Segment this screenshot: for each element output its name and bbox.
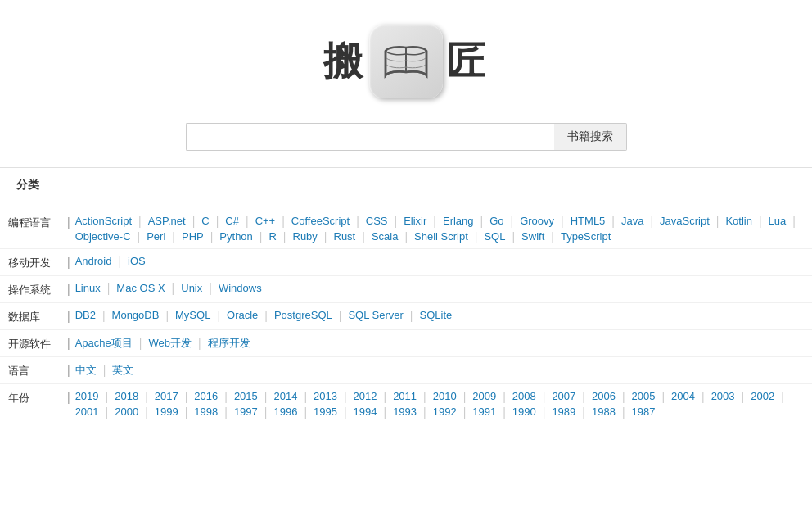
tag-link[interactable]: SQL Server (345, 308, 406, 322)
tag-link[interactable]: 2016 (191, 389, 221, 403)
tag-link[interactable]: C# (222, 214, 242, 228)
tag-link[interactable]: 2005 (629, 389, 659, 403)
tag-link[interactable]: 1993 (390, 405, 420, 419)
tag-link[interactable]: Rust (331, 229, 359, 243)
tag-link[interactable]: 1992 (430, 405, 460, 419)
tag-link[interactable]: CoffeeScript (288, 214, 353, 228)
tag-link[interactable]: 1996 (270, 405, 300, 419)
tag-link[interactable]: Kotlin (722, 214, 756, 228)
tag-link[interactable]: Linux (72, 281, 104, 295)
tag-link[interactable]: 1994 (350, 405, 381, 419)
tag-link[interactable]: 2008 (509, 389, 539, 403)
year-label: 年份 (8, 389, 65, 406)
search-input[interactable] (186, 123, 554, 151)
tag-link[interactable]: 2002 (747, 389, 778, 403)
tag-link[interactable]: 2015 (231, 389, 261, 403)
opensource-tags: Apache项目|Web开发|程序开发 (72, 335, 254, 352)
tag-link[interactable]: SQL (480, 229, 508, 243)
tag-link[interactable]: TypeScript (557, 229, 614, 243)
tag-link[interactable]: 2010 (430, 389, 460, 403)
tag-link[interactable]: 2014 (270, 389, 300, 403)
tag-link[interactable]: Apache项目 (72, 335, 136, 352)
tag-link[interactable]: Python (216, 229, 255, 243)
tag-link[interactable]: 2012 (350, 389, 381, 403)
tag-link[interactable]: HTML5 (567, 214, 609, 228)
tag-link[interactable]: 2009 (469, 389, 499, 403)
tag-link[interactable]: MongoDB (109, 308, 163, 322)
mobile-label: 移动开发 (8, 254, 65, 270)
tag-link[interactable]: ASP.net (145, 214, 189, 228)
tag-link[interactable]: Swift (518, 229, 548, 243)
tag-link[interactable]: 1998 (191, 405, 221, 419)
logo-text-left: 搬 (323, 35, 366, 88)
tag-link[interactable]: DB2 (72, 308, 99, 322)
logo: 搬 匠 (323, 25, 489, 98)
tag-link[interactable]: 1989 (548, 405, 579, 419)
tag-link[interactable]: Lua (765, 214, 790, 228)
language-label: 语言 (8, 362, 65, 379)
tag-link[interactable]: PostgreSQL (271, 308, 336, 322)
os-tags: Linux|Mac OS X|Unix|Windows (72, 281, 265, 295)
tag-link[interactable]: 2003 (708, 389, 738, 403)
tag-separator: | (395, 215, 398, 228)
tag-link[interactable]: Objective-C (72, 229, 134, 243)
tag-link[interactable]: 2007 (548, 389, 579, 403)
tag-link[interactable]: Perl (143, 229, 169, 243)
tag-link[interactable]: 英文 (109, 362, 137, 379)
tag-separator: | (118, 255, 121, 268)
tag-separator: | (344, 406, 347, 419)
tag-link[interactable]: 2006 (589, 389, 619, 403)
tag-link[interactable]: 1991 (469, 405, 499, 419)
tag-link[interactable]: 1995 (310, 405, 341, 419)
tag-link[interactable]: Oracle (223, 308, 261, 322)
search-button[interactable]: 书籍搜索 (554, 123, 627, 151)
tag-separator: | (622, 390, 625, 403)
tag-link[interactable]: Go (486, 214, 507, 228)
tag-link[interactable]: JavaScript (656, 214, 713, 228)
tag-link[interactable]: Windows (215, 281, 265, 295)
tag-link[interactable]: CSS (363, 214, 391, 228)
tag-link[interactable]: Android (72, 254, 115, 268)
tag-separator: | (198, 337, 201, 350)
tag-link[interactable]: 2018 (111, 389, 142, 403)
tag-link[interactable]: 2011 (390, 389, 420, 403)
tag-link[interactable]: ActionScript (72, 214, 135, 228)
tag-link[interactable]: Unix (178, 281, 205, 295)
tag-link[interactable]: SQLite (417, 308, 456, 322)
tag-separator: | (209, 282, 212, 295)
tag-link[interactable]: Java (618, 214, 647, 228)
tag-link[interactable]: Erlang (440, 214, 477, 228)
tag-link[interactable]: 程序开发 (205, 335, 254, 352)
tag-link[interactable]: 2001 (72, 405, 102, 419)
tag-link[interactable]: C (198, 214, 212, 228)
tag-separator: | (611, 215, 615, 228)
tag-link[interactable]: Web开发 (145, 335, 195, 352)
tag-link[interactable]: 1999 (151, 405, 182, 419)
tag-link[interactable]: MySQL (172, 308, 214, 322)
tag-link[interactable]: Elixir (400, 214, 430, 228)
tag-link[interactable]: R (265, 229, 279, 243)
tag-link[interactable]: C++ (252, 214, 279, 228)
tag-link[interactable]: 2000 (111, 405, 142, 419)
tag-link[interactable]: 1988 (589, 405, 619, 419)
tag-separator: | (650, 215, 653, 228)
tag-separator: | (138, 215, 142, 228)
tag-separator: | (259, 230, 263, 243)
tag-link[interactable]: Shell Script (411, 229, 471, 243)
tag-link[interactable]: PHP (178, 229, 207, 243)
tag-link[interactable]: Mac OS X (113, 281, 168, 295)
database-row: 数据库 | DB2|MongoDB|MySQL|Oracle|PostgreSQ… (0, 303, 812, 330)
tag-link[interactable]: 2019 (72, 389, 102, 403)
tag-link[interactable]: 1997 (231, 405, 261, 419)
tag-link[interactable]: iOS (124, 254, 149, 268)
tag-separator: | (410, 309, 413, 322)
tag-link[interactable]: 2013 (310, 389, 341, 403)
tag-link[interactable]: Scala (368, 229, 402, 243)
tag-link[interactable]: 2004 (668, 389, 698, 403)
tag-link[interactable]: Ruby (290, 229, 321, 243)
tag-link[interactable]: 1987 (629, 405, 659, 419)
tag-link[interactable]: Groovy (517, 214, 557, 228)
tag-link[interactable]: 1990 (509, 405, 539, 419)
tag-link[interactable]: 中文 (72, 362, 100, 379)
tag-link[interactable]: 2017 (151, 389, 182, 403)
